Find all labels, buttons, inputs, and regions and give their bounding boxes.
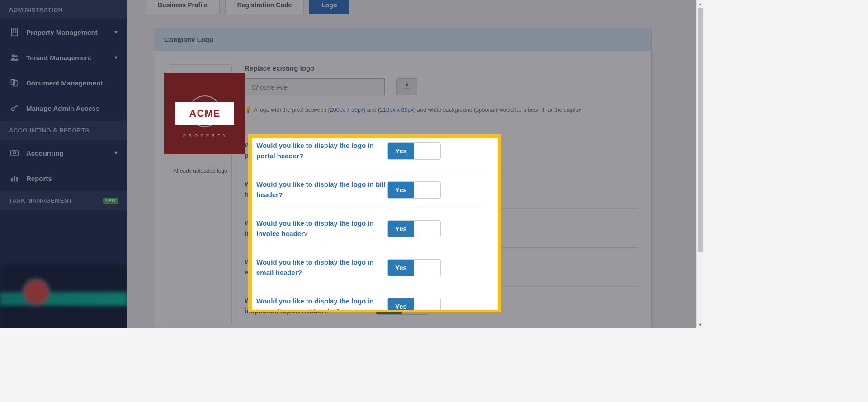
svg-point-11 (14, 152, 16, 154)
option-inspection-header-hl: Would you like to display the logo in in… (256, 287, 484, 310)
svg-rect-13 (14, 176, 15, 182)
option-portal-header-hl: Would you like to display the logo in po… (256, 141, 484, 170)
logo-image: ACME P R O P E R T Y (164, 73, 245, 154)
sidebar-item-label: Tenant Management (26, 54, 113, 61)
sidebar-item-document[interactable]: Document Management (0, 70, 127, 95)
chart-icon (9, 174, 20, 183)
toggle-yes: Yes (388, 143, 414, 159)
svg-point-9 (11, 108, 14, 111)
option-label: Would you like to display the logo in in… (256, 218, 387, 239)
building-icon (9, 28, 20, 37)
toggle-portal-hl[interactable]: Yes (387, 142, 441, 160)
toggle-off (414, 182, 440, 198)
sidebar-item-accounting[interactable]: Accounting ▼ (0, 140, 127, 166)
logo-preview-box: ACME P R O P E R T Y Already uploaded lo… (169, 64, 232, 325)
svg-point-6 (15, 55, 18, 57)
file-input[interactable]: Choose File (245, 78, 385, 95)
upload-icon (403, 82, 410, 91)
logo-subtext: P R O P E R T Y (183, 133, 226, 138)
svg-rect-2 (15, 29, 17, 31)
replace-logo-label: Replace existing logo (245, 64, 638, 72)
svg-rect-3 (13, 31, 14, 33)
highlight-content: Would you like to display the logo in po… (252, 138, 498, 310)
svg-rect-1 (13, 29, 14, 31)
scrollbar-track[interactable]: ▲ ▼ (696, 0, 704, 328)
sidebar-bottom-widget (0, 265, 127, 328)
toggle-off (414, 143, 440, 159)
chevron-down-icon: ▼ (113, 55, 118, 60)
toggle-email-hl[interactable]: Yes (387, 259, 441, 276)
file-input-placeholder: Choose File (251, 83, 288, 91)
toggle-invoice-hl[interactable]: Yes (387, 220, 441, 237)
toggle-off (414, 260, 440, 276)
tabs-row: Business Profile Registration Code Logo (127, 0, 704, 14)
sidebar-item-tenant[interactable]: Tenant Management ▼ (0, 45, 127, 70)
document-icon (9, 78, 20, 87)
toggle-off (414, 298, 440, 310)
sidebar: ADMINISTRATION Property Management ▼ Ten… (0, 0, 127, 328)
toggle-yes: Yes (388, 221, 414, 237)
svg-rect-14 (16, 177, 18, 182)
option-email-header-hl: Would you like to display the logo in em… (256, 248, 484, 287)
toggle-yes: Yes (388, 298, 414, 310)
sidebar-item-label: Manage Admin Access (26, 104, 118, 112)
logo-size-hint: 💡A logo with the pixel between (200px x … (245, 105, 638, 115)
already-uploaded-label: Already uploaded logo (173, 167, 227, 175)
svg-rect-0 (11, 28, 17, 36)
tab-registration-code[interactable]: Registration Code (225, 0, 304, 14)
panel-title: Company Logo (155, 28, 651, 51)
upload-button[interactable] (396, 78, 417, 95)
sidebar-item-label: Document Management (26, 79, 118, 87)
option-invoice-header-hl: Would you like to display the logo in in… (256, 209, 484, 248)
sidebar-item-label: Reports (26, 175, 118, 182)
toggle-yes: Yes (388, 182, 414, 198)
sidebar-item-label: Property Management (26, 28, 113, 36)
sidebar-header-accounting: ACCOUNTING & REPORTS (0, 121, 127, 140)
chevron-down-icon: ▼ (113, 150, 118, 156)
svg-rect-7 (11, 80, 15, 85)
chevron-down-icon: ▼ (113, 29, 118, 35)
key-icon (9, 104, 20, 113)
app-root: ADMINISTRATION Property Management ▼ Ten… (0, 0, 704, 328)
svg-rect-10 (11, 151, 19, 155)
toggle-off (414, 221, 440, 237)
toggle-inspection-hl[interactable]: Yes (387, 298, 441, 310)
sidebar-item-reports[interactable]: Reports (0, 166, 127, 191)
scrollbar-thumb[interactable] (698, 8, 703, 252)
sidebar-item-property[interactable]: Property Management ▼ (0, 19, 127, 45)
lightbulb-icon: 💡 (245, 107, 252, 113)
option-bill-header-hl: Would you like to display the logo in bi… (256, 170, 484, 209)
sidebar-item-label: Accounting (26, 149, 113, 157)
toggle-bill-hl[interactable]: Yes (387, 181, 441, 199)
option-label: Would you like to display the logo in in… (256, 296, 387, 310)
money-icon (9, 148, 20, 157)
option-label: Would you like to display the logo in bi… (256, 180, 387, 200)
sidebar-header-label: TASK MANAGEMENT (9, 197, 72, 204)
scrollbar-up[interactable]: ▲ (697, 0, 704, 8)
option-label: Would you like to display the logo in po… (256, 141, 387, 161)
users-icon (9, 53, 20, 62)
scrollbar-down[interactable]: ▼ (697, 321, 704, 328)
tab-logo[interactable]: Logo (309, 0, 349, 14)
option-label: Would you like to display the logo in em… (256, 257, 387, 278)
toggle-yes: Yes (388, 260, 414, 276)
logo-brand-text: ACME (175, 102, 234, 125)
new-badge: NEW (103, 198, 119, 204)
tab-business-profile[interactable]: Business Profile (146, 0, 220, 14)
sidebar-header-administration: ADMINISTRATION (0, 0, 127, 19)
sidebar-item-admin-access[interactable]: Manage Admin Access (0, 95, 127, 121)
sidebar-header-task: TASK MANAGEMENT NEW (0, 191, 127, 210)
svg-rect-4 (15, 31, 17, 33)
svg-point-5 (12, 54, 15, 57)
svg-rect-12 (11, 178, 13, 182)
